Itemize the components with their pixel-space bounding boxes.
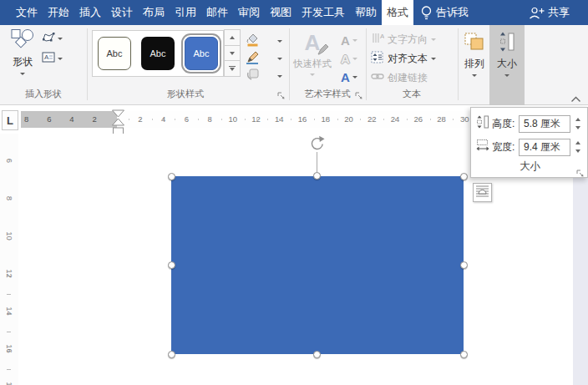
ruler-number: 16 [291,111,314,128]
text-fill-button[interactable]: A [336,32,362,48]
create-link-icon [371,71,384,84]
menu-tab[interactable]: 设计 [106,0,138,25]
menu-tab[interactable]: 邮件 [201,0,233,25]
chevron-down-icon [352,39,357,42]
ruler-number: 12 [245,111,268,128]
shapes-label: 形状 [13,55,33,69]
text-direction-label: 文字方向 [388,33,428,47]
width-spinner-up[interactable] [574,140,581,145]
resize-handle-top-center[interactable] [313,172,321,180]
gallery-up-button[interactable] [224,29,241,46]
height-spinner-up[interactable] [574,117,581,122]
height-spinner-down[interactable] [574,125,581,130]
menu-tab[interactable]: 视图 [265,0,297,25]
group-label-insert-shapes: 插入形状 [0,88,87,100]
height-icon [476,115,490,132]
text-outline-a-icon: A [341,52,350,66]
menu-tab[interactable]: 开始 [43,0,74,25]
menu-tab[interactable]: 插入 [74,0,106,25]
layout-options-button[interactable] [473,183,492,202]
align-text-label: 对齐文本 [388,52,428,66]
gallery-more-button[interactable] [224,60,241,77]
chevron-down-icon [277,75,282,78]
text-outline-button[interactable]: A [336,50,362,67]
width-spinner-down[interactable] [574,149,581,154]
ruler-number: 4 [152,111,175,128]
arrange-button[interactable]: 排列 [459,32,489,77]
chevron-down-icon [58,58,63,60]
vertical-ruler-numbers: 681012141618 [0,142,18,385]
resize-handle-bottom-left[interactable] [168,351,175,358]
menu-tab[interactable]: 帮助 [350,0,382,25]
ruler-number: 10 [221,111,245,128]
size-dialog-launcher-icon[interactable] [575,166,585,175]
shapes-button[interactable]: 形状 [5,28,40,75]
group-label-text: 文本 [366,88,458,100]
resize-handle-bottom-right[interactable] [460,351,468,358]
ruler-number: 22 [361,111,384,128]
layout-options-icon [475,184,489,201]
create-link-button[interactable]: 创建链接 [371,70,428,85]
swatch-label: Abc [150,48,166,58]
ruler-numbers: 24681012141618202224262830 [129,111,476,128]
size-icon [498,32,516,54]
shape-effects-icon [246,68,260,84]
selected-rectangle-shape[interactable] [171,176,464,354]
chevron-down-icon [431,58,436,60]
gallery-down-button[interactable] [224,45,241,62]
resize-handle-bottom-center[interactable] [313,351,321,358]
shape-styles-dialog-launcher-icon[interactable] [276,91,286,100]
ruler-number: 20 [337,111,361,128]
menu-tab[interactable]: 格式 [382,0,413,25]
ruler-number: 4 [60,111,83,128]
text-box-button[interactable]: A [42,52,63,65]
menu-tab[interactable]: 文件 [11,0,43,25]
text-direction-button[interactable]: A 文字方向 [371,32,436,47]
shapes-icon [10,28,35,53]
size-button[interactable]: 大小 [489,32,525,77]
shape-outline-button[interactable] [246,50,282,67]
ruler-number: 24 [383,111,407,128]
width-input[interactable] [519,139,570,156]
shape-fill-button[interactable] [246,33,282,49]
resize-handle-middle-right[interactable] [460,261,468,269]
ruler-number: 6 [175,111,199,128]
resize-handle-middle-left[interactable] [168,261,175,269]
svg-text:A: A [380,33,384,40]
group-label-shape-styles: 形状样式 [87,88,284,100]
wordart-dialog-launcher-icon[interactable] [354,91,363,100]
chevron-down-icon [310,73,315,76]
ruler-margin-numbers: 8642 [15,111,106,128]
chevron-down-icon [431,38,436,41]
shape-style-swatch[interactable]: Abc [98,37,131,70]
width-icon [476,139,490,155]
quick-styles-button[interactable]: A 快速样式 [292,30,332,76]
menu-tab[interactable]: 开发工具 [297,0,350,25]
align-text-button[interactable]: 对齐文本 [371,51,436,66]
width-label: 宽度: [492,140,519,155]
height-input[interactable] [519,115,570,133]
vertical-ruler: 681012141618 [0,134,18,385]
menu-tab[interactable]: 布局 [138,0,170,25]
menu-tab[interactable]: 引用 [170,0,201,25]
lightbulb-icon [420,5,433,20]
arrange-icon [464,32,485,54]
edit-shape-icon [42,32,55,45]
menu-tab[interactable]: 审阅 [233,0,265,25]
shape-style-swatch[interactable]: Abc [185,37,218,70]
shape-style-swatch[interactable]: Abc [141,37,175,70]
text-effects-button[interactable]: A [336,68,362,85]
shape-effects-button[interactable] [246,68,282,84]
edit-shape-button[interactable] [42,32,63,45]
chevron-down-icon [58,38,63,40]
resize-handle-top-left[interactable] [168,173,175,180]
share-button[interactable]: 共享 [529,0,588,25]
rotate-handle-stem [317,152,317,174]
shape-style-gallery: Abc Abc Abc [92,30,224,77]
share-label: 共享 [545,0,570,25]
chevron-down-icon [277,58,282,60]
collapse-ribbon-button[interactable] [566,94,585,104]
resize-handle-top-right[interactable] [460,173,468,180]
tell-me-button[interactable]: 告诉我 [433,0,472,25]
word-window: 文件 开始 插入 设计 布局 引用 邮件 审阅 视图 开发工具 帮助 [0,0,588,385]
